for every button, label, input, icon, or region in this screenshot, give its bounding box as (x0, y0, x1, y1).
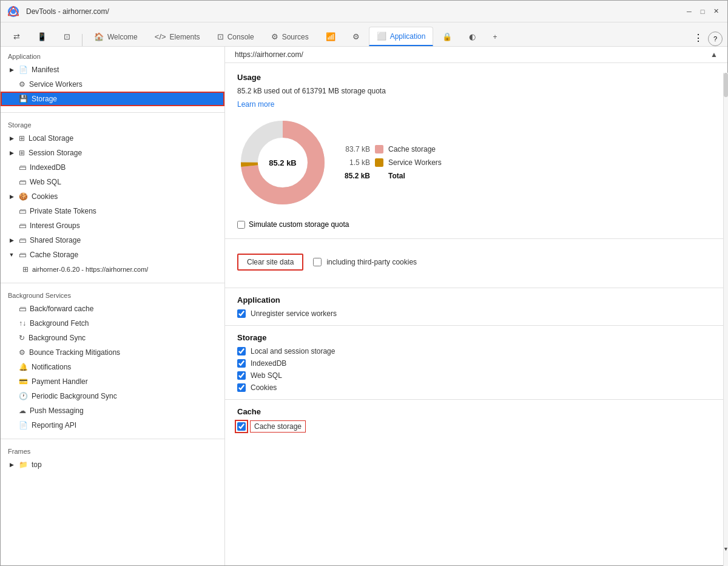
cookies-clear-label[interactable]: Cookies (251, 383, 277, 392)
sidebar-app-section: Application ▶ 📄 Manifest ⚙ Service Worke… (1, 47, 224, 110)
sidebar-item-bg-fetch[interactable]: ↑↓ Background Fetch (1, 316, 224, 331)
tab-application-label: Application (390, 32, 426, 41)
cache-entry-icon: ⊞ (22, 265, 29, 274)
sidebar-item-shared-storage[interactable]: ▶ 🗃 Shared Storage (1, 233, 224, 248)
tab-elements[interactable]: </> Elements (147, 27, 208, 46)
elements-icon: </> (155, 32, 166, 41)
legend-row-total: 85.2 kB Total (343, 172, 442, 180)
usage-text: 85.2 kB used out of 613791 MB storage qu… (237, 87, 715, 95)
sidebar-item-bounce[interactable]: ⚙ Bounce Tracking Mitigations (1, 345, 224, 360)
chart-legend: 83.7 kB Cache storage 1.5 kB Service Wor… (343, 145, 442, 180)
tab-sources[interactable]: ⚙ Sources (263, 27, 317, 46)
sidebar-item-interest-groups[interactable]: 🗃 Interest Groups (1, 218, 224, 233)
sidebar-item-cookies[interactable]: ▶ 🍪 Cookies (1, 189, 224, 204)
scrollbar-thumb[interactable] (724, 73, 727, 97)
cache-clear-section: Cache Cache storage (237, 407, 715, 432)
sidebar-item-storage[interactable]: 💾 Storage (1, 92, 224, 106)
ig-icon: 🗃 (19, 221, 26, 230)
pst-icon: 🗃 (19, 207, 26, 215)
simulate-checkbox[interactable] (237, 221, 245, 229)
sidebar-item-private-state[interactable]: 🗃 Private State Tokens (1, 204, 224, 218)
sidebar-item-reporting[interactable]: 📄 Reporting API (1, 418, 224, 433)
manifest-arrow: ▶ (8, 66, 15, 73)
local-session-label[interactable]: Local and session storage (251, 347, 335, 355)
donut-chart: 85.2 kB (237, 117, 328, 208)
sidebar-frames-section: Frames ▶ 📁 top (1, 442, 224, 476)
tab-add[interactable]: + (485, 27, 505, 46)
sidebar-item-indexeddb[interactable]: 🗃 IndexedDB (1, 160, 224, 175)
shst-arrow: ▶ (8, 237, 15, 244)
scroll-down-btn[interactable]: ▼ (724, 544, 727, 554)
cs-icon: 🗃 (19, 251, 26, 259)
sidebar-item-cache-entry[interactable]: ⊞ airhorner-0.6.20 - https://airhorner.c… (1, 262, 222, 277)
tab-sources-label: Sources (282, 33, 309, 41)
sidebar-item-top[interactable]: ▶ 📁 top (1, 457, 224, 472)
websql-label[interactable]: Web SQL (251, 371, 282, 380)
scrollbar-track: ▼ (723, 73, 727, 565)
local-session-checkbox[interactable] (237, 347, 246, 355)
sidebar-app-title: Application (1, 50, 224, 62)
tab-split[interactable]: ⊡ (56, 27, 78, 46)
tab-performance[interactable]: ⚙ (345, 27, 368, 46)
sidebar-item-service-workers[interactable]: ⚙ Service Workers (1, 77, 224, 92)
learn-more-link[interactable]: Learn more (237, 100, 274, 109)
storage-icon: 💾 (19, 95, 28, 103)
simulate-label[interactable]: Simulate custom storage quota (249, 220, 349, 229)
tab-toggle[interactable]: ⇄ (5, 27, 28, 46)
section-divider-3 (225, 325, 727, 326)
sidebar-item-payment[interactable]: 💳 Payment Handler (1, 374, 224, 389)
sidebar-item-cache-storage[interactable]: ▼ 🗃 Cache Storage (1, 248, 224, 262)
unregister-checkbox[interactable] (237, 309, 246, 318)
tab-device[interactable]: 📱 (29, 27, 55, 46)
devtools-window: DevTools - airhorner.com/ ─ □ ✕ ⇄ 📱 ⊡ 🏠 … (0, 0, 728, 566)
manifest-icon: 📄 (19, 66, 28, 74)
section-divider-2 (225, 288, 727, 288)
sidebar-item-local-storage[interactable]: ▶ ⊞ Local Storage (1, 131, 224, 146)
cookies-checkbox[interactable] (237, 383, 246, 392)
tab-network[interactable]: 📶 (318, 27, 343, 46)
sidebar-item-periodic[interactable]: 🕐 Periodic Background Sync (1, 389, 224, 403)
usage-title: Usage (237, 73, 715, 82)
tab-console[interactable]: ⊡ Console (209, 27, 262, 46)
scroll-up-btn[interactable]: ▲ (710, 50, 718, 59)
maximize-btn[interactable]: □ (698, 7, 707, 16)
indexeddb-checkbox[interactable] (237, 359, 246, 368)
websql-checkbox[interactable] (237, 371, 246, 380)
cache-entry-label: airhorner-0.6.20 - https://airhorner.com… (32, 266, 148, 273)
sidebar-storage-title: Storage (1, 119, 224, 131)
sidebar-item-bg-sync[interactable]: ↻ Background Sync (1, 331, 224, 345)
sidebar-item-web-sql[interactable]: 🗃 Web SQL (1, 175, 224, 189)
cookies-arrow: ▶ (8, 193, 15, 200)
wsql-icon: 🗃 (19, 178, 26, 186)
cache-storage-clear-label[interactable]: Cache storage (251, 421, 305, 432)
third-party-checkbox[interactable] (313, 258, 322, 266)
cs-label: Cache Storage (30, 251, 78, 259)
divider-2 (1, 283, 224, 283)
clear-row: Clear site data including third-party co… (237, 246, 715, 278)
cache-storage-checkbox[interactable] (237, 422, 246, 431)
close-btn[interactable]: ✕ (712, 7, 720, 16)
tab-security[interactable]: 🔒 (434, 27, 460, 46)
unregister-label[interactable]: Unregister service workers (251, 309, 337, 318)
sidebar-item-notifications[interactable]: 🔔 Notifications (1, 360, 224, 374)
bf-icon: 🗃 (19, 305, 26, 313)
help-btn[interactable]: ? (708, 32, 723, 46)
shst-icon: 🗃 (19, 236, 26, 244)
sidebar-item-backforward[interactable]: 🗃 Back/forward cache (1, 302, 224, 316)
sidebar-item-manifest[interactable]: ▶ 📄 Manifest (1, 62, 224, 77)
sidebar-item-session-storage[interactable]: ▶ ⊞ Session Storage (1, 146, 224, 160)
minimize-btn[interactable]: ─ (685, 7, 693, 16)
third-party-label[interactable]: including third-party cookies (326, 258, 417, 266)
tab-welcome[interactable]: 🏠 Welcome (86, 27, 146, 46)
pay-label: Payment Handler (32, 377, 88, 386)
tab-lighthouse[interactable]: ◐ (461, 27, 484, 46)
toggle-icon: ⇄ (13, 32, 20, 41)
indexeddb-label[interactable]: IndexedDB (251, 359, 286, 368)
tab-application[interactable]: ⬜ Application (369, 27, 434, 46)
clear-site-data-button[interactable]: Clear site data (237, 254, 303, 271)
sidebar-item-push[interactable]: ☁ Push Messaging (1, 403, 224, 418)
sw-value: 1.5 kB (343, 158, 370, 167)
ss-label: Session Storage (29, 149, 82, 157)
more-tabs-btn[interactable]: ⋮ (690, 29, 707, 46)
cache-section-title: Cache (237, 407, 715, 416)
